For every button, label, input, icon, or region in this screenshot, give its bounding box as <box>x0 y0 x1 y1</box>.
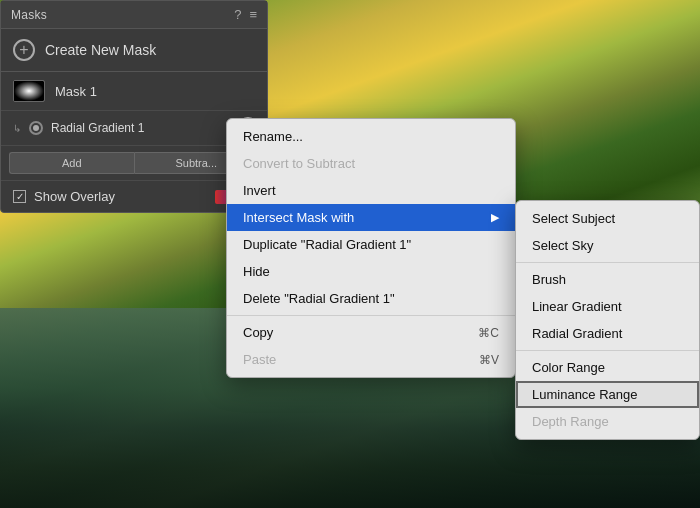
submenu-brush[interactable]: Brush <box>516 266 699 293</box>
radio-button[interactable] <box>29 121 43 135</box>
menu-item-copy[interactable]: Copy ⌘C <box>227 319 515 346</box>
show-overlay-label: Show Overlay <box>34 189 115 204</box>
menu-item-invert[interactable]: Invert <box>227 177 515 204</box>
menu-item-delete[interactable]: Delete "Radial Gradient 1" <box>227 285 515 312</box>
submenu-radial-gradient[interactable]: Radial Gradient <box>516 320 699 347</box>
panel-menu-icon[interactable]: ≡ <box>249 7 257 22</box>
panel-title: Masks <box>11 8 47 22</box>
paste-shortcut: ⌘V <box>479 353 499 367</box>
menu-separator-1 <box>227 315 515 316</box>
create-new-mask-label: Create New Mask <box>45 42 156 58</box>
context-menu: Rename... Convert to Subtract Invert Int… <box>226 118 516 378</box>
submenu-luminance-range[interactable]: Luminance Range <box>516 381 699 408</box>
add-button[interactable]: Add <box>9 152 134 174</box>
mask-gradient-preview <box>14 81 44 101</box>
menu-item-intersect[interactable]: Intersect Mask with ▶ Select Subject Sel… <box>227 204 515 231</box>
menu-item-duplicate[interactable]: Duplicate "Radial Gradient 1" <box>227 231 515 258</box>
submenu-select-subject[interactable]: Select Subject <box>516 205 699 232</box>
create-new-mask-button[interactable]: + Create New Mask <box>1 29 267 72</box>
menu-item-rename[interactable]: Rename... <box>227 123 515 150</box>
submenu-color-range[interactable]: Color Range <box>516 354 699 381</box>
help-icon[interactable]: ? <box>234 7 241 22</box>
menu-item-paste: Paste ⌘V <box>227 346 515 373</box>
submenu-select-sky[interactable]: Select Sky <box>516 232 699 259</box>
plus-circle-icon: + <box>13 39 35 61</box>
submenu-depth-range: Depth Range <box>516 408 699 435</box>
radial-gradient-label: Radial Gradient 1 <box>51 121 229 135</box>
mask1-thumbnail <box>13 80 45 102</box>
indent-arrow-icon: ↳ <box>13 123 21 134</box>
submenu-arrow-icon: ▶ <box>491 211 499 224</box>
submenu-linear-gradient[interactable]: Linear Gradient <box>516 293 699 320</box>
radio-inner <box>33 125 39 131</box>
checkmark-icon: ✓ <box>16 191 24 202</box>
intersect-submenu: Select Subject Select Sky Brush Linear G… <box>515 200 700 440</box>
menu-item-convert: Convert to Subtract <box>227 150 515 177</box>
submenu-separator-1 <box>516 262 699 263</box>
mask1-item[interactable]: Mask 1 <box>1 72 267 111</box>
panel-icons: ? ≡ <box>234 7 257 22</box>
panel-header: Masks ? ≡ <box>1 1 267 29</box>
show-overlay-checkbox[interactable]: ✓ <box>13 190 26 203</box>
copy-shortcut: ⌘C <box>478 326 499 340</box>
submenu-separator-2 <box>516 350 699 351</box>
menu-item-hide[interactable]: Hide <box>227 258 515 285</box>
mask1-label: Mask 1 <box>55 84 97 99</box>
